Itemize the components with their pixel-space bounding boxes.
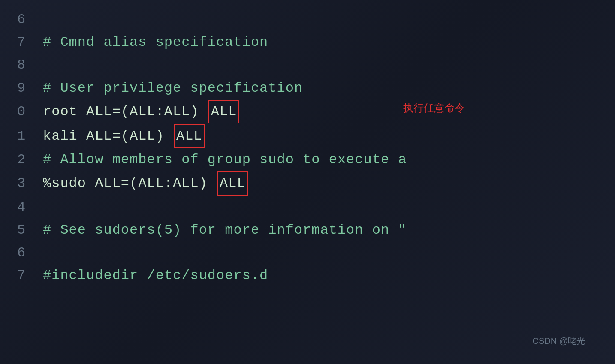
line-number-sudo: 3	[17, 172, 34, 194]
code-line-8: 8	[17, 54, 598, 76]
line-number-allow: 2	[17, 149, 34, 171]
terminal-view: 6 7 # Cmnd alias specification 8 9 # Use…	[0, 0, 615, 364]
code-line-6: 6	[17, 9, 598, 30]
code-line-7: 7 # Cmnd alias specification	[17, 31, 598, 53]
code-line-root: 0 root ALL=(ALL:ALL) ALL 执行任意命令	[17, 100, 598, 123]
line-content-root: root ALL=(ALL:ALL) ALL	[43, 100, 240, 123]
code-container: 6 7 # Cmnd alias specification 8 9 # Use…	[17, 9, 598, 355]
code-line-includedir: 7 #includedir /etc/sudoers.d	[17, 265, 598, 286]
kali-spacing: ALL=(ALL)	[78, 128, 173, 144]
sudo-spacing: ALL=(ALL:ALL)	[86, 175, 216, 191]
line-number-7: 7	[17, 31, 34, 53]
code-line-sudo: 3 %sudo ALL=(ALL:ALL) ALL	[17, 171, 598, 195]
code-line-4: 4	[17, 196, 598, 218]
line-number-9: 9	[17, 77, 34, 99]
line-number-root: 0	[17, 101, 34, 123]
line-content-9: # User privilege specification	[43, 77, 303, 99]
root-all-highlight: ALL	[208, 100, 240, 123]
line-content-includedir: #includedir /etc/sudoers.d	[43, 265, 268, 286]
code-line-allow: 2 # Allow members of group sudo to execu…	[17, 149, 598, 171]
line-content-sudo: %sudo ALL=(ALL:ALL) ALL	[43, 171, 249, 195]
allow-main-text: # Allow members of group sudo to execute…	[43, 152, 407, 168]
line-number-6: 6	[17, 9, 34, 30]
code-line-see: 5 # See sudoers(5) for more information …	[17, 219, 598, 241]
watermark: CSDN @咾光	[532, 335, 585, 347]
annotation-execute: 执行任意命令	[403, 100, 465, 116]
root-text: root	[43, 104, 78, 120]
line-number-includedir: 7	[17, 265, 34, 286]
line-number-kali: 1	[17, 125, 34, 147]
line-content-allow: # Allow members of group sudo to execute…	[43, 149, 407, 171]
line-content-see: # See sudoers(5) for more information on…	[43, 219, 407, 241]
code-line-kali: 1 kali ALL=(ALL) ALL	[17, 124, 598, 148]
line-number-8: 8	[17, 54, 34, 76]
sudo-all-highlight: ALL	[217, 171, 248, 195]
sudo-text: %sudo	[43, 175, 86, 191]
line-number-4: 4	[17, 196, 34, 218]
line-content-kali: kali ALL=(ALL) ALL	[43, 124, 206, 148]
code-line-9: 9 # User privilege specification	[17, 77, 598, 99]
kali-text: kali	[43, 128, 78, 144]
line-number-empty2: 6	[17, 242, 34, 264]
kali-all-highlight: ALL	[174, 124, 205, 148]
code-line-empty2: 6	[17, 242, 598, 264]
line-number-see: 5	[17, 219, 34, 241]
line-content-7: # Cmnd alias specification	[43, 31, 268, 53]
root-spacing: ALL=(ALL:ALL)	[78, 104, 208, 120]
